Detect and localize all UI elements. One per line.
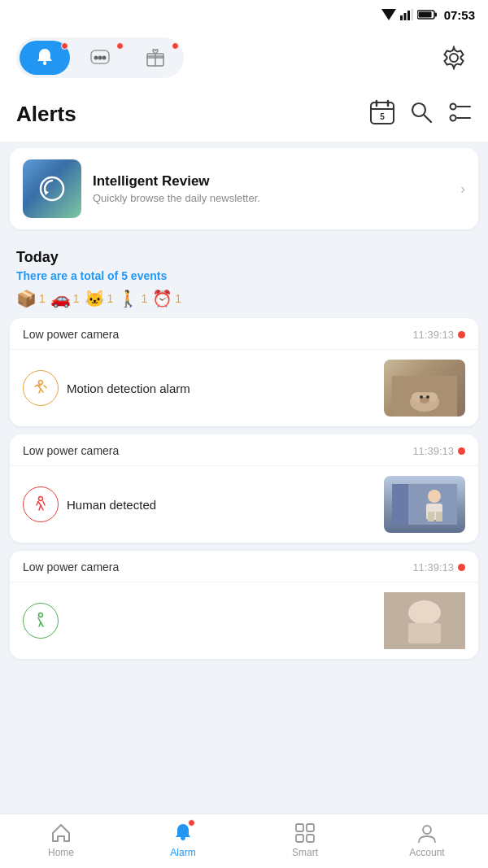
svg-point-25 (451, 104, 456, 110)
svg-rect-6 (418, 12, 431, 18)
svg-rect-49 (408, 623, 441, 643)
alert-time-row-3: 11:39:13 (412, 561, 465, 574)
svg-line-24 (424, 115, 431, 122)
gift-icon (145, 47, 166, 68)
smart-nav-label: Smart (292, 847, 318, 858)
alert-type-row-1: Motion detection alarm (23, 370, 190, 406)
account-nav-icon (416, 822, 438, 844)
alert-body-2: Human detected (10, 466, 478, 543)
nav-smart[interactable]: Smart (244, 814, 366, 868)
search-icon (410, 101, 433, 124)
alert-device-3: Low power camera (23, 560, 119, 574)
alert-thumb-person (384, 476, 465, 533)
alert-thumb-cat (384, 360, 465, 417)
svg-rect-8 (43, 61, 46, 65)
nav-alarm[interactable]: Alarm (122, 814, 244, 868)
gifts-badge (172, 42, 179, 50)
settings-button[interactable] (436, 40, 472, 76)
alert-card-2[interactable]: Low power camera 11:39:13 Human detecte (10, 434, 478, 543)
review-thumbnail (23, 159, 81, 218)
nav-account[interactable]: Account (366, 814, 488, 868)
alert-type-1: Motion detection alarm (67, 382, 190, 395)
svg-point-10 (94, 56, 98, 60)
svg-point-39 (39, 497, 43, 501)
third-thumbnail (384, 592, 465, 649)
home-nav-label: Home (48, 847, 74, 858)
wifi-icon (381, 9, 396, 20)
review-title: Intelligent Review (93, 173, 449, 190)
svg-point-54 (423, 826, 431, 834)
svg-rect-3 (407, 11, 410, 20)
events-count-text: There are a total of 5 events (16, 269, 472, 282)
bell-icon (34, 47, 55, 68)
alert-header-1: Low power camera 11:39:13 (10, 318, 478, 350)
svg-rect-50 (296, 824, 303, 831)
svg-point-38 (426, 395, 429, 399)
event-icon-package: 📦 1 (16, 289, 46, 308)
motion-icon-circle (23, 370, 59, 406)
alert-dot-1 (458, 331, 465, 338)
svg-point-12 (102, 56, 107, 60)
tab-messages[interactable] (75, 41, 125, 75)
svg-point-31 (39, 381, 43, 385)
top-nav (0, 29, 488, 89)
signal-icon (400, 9, 413, 20)
alert-header-2: Low power camera 11:39:13 (10, 434, 478, 466)
svg-rect-53 (307, 835, 314, 842)
svg-rect-1 (400, 15, 403, 20)
svg-marker-0 (381, 9, 396, 20)
third-icon-circle (23, 603, 59, 639)
page-title: Alerts (16, 102, 76, 127)
svg-point-46 (39, 613, 43, 617)
alert-device-2: Low power camera (23, 444, 119, 457)
svg-marker-30 (44, 190, 49, 195)
gear-icon (442, 46, 466, 70)
alert-time-3: 11:39:13 (412, 561, 454, 574)
nav-home[interactable]: Home (0, 814, 122, 868)
svg-text:5: 5 (380, 112, 385, 121)
battery-icon (417, 10, 437, 20)
alert-time-row-2: 11:39:13 (412, 445, 465, 457)
svg-point-11 (98, 56, 102, 60)
alert-type-row-2: Human detected (23, 486, 156, 522)
alert-dot-3 (458, 564, 465, 571)
human-icon-circle (23, 486, 59, 522)
review-text: Intelligent Review Quickly browse the da… (93, 173, 449, 204)
human-icon (31, 495, 50, 514)
search-button[interactable] (410, 101, 433, 127)
today-section: Today There are a total of 5 events 📦 1 … (0, 236, 488, 313)
svg-rect-4 (411, 9, 413, 20)
alert-card-3[interactable]: Low power camera 11:39:13 (10, 551, 478, 659)
chat-icon (89, 47, 111, 68)
alarm-nav-badge (188, 819, 195, 827)
alert-card-1[interactable]: Low power camera 11:39:13 Motion detect (10, 318, 478, 426)
page-header: Alerts 5 (0, 89, 488, 142)
tab-alerts[interactable] (20, 41, 70, 75)
alert-time-1: 11:39:13 (412, 329, 454, 341)
filter-button[interactable] (447, 101, 472, 127)
svg-point-27 (451, 116, 456, 121)
alarm-nav-label: Alarm (170, 847, 195, 858)
motion-icon (31, 378, 50, 398)
bottom-nav: Home Alarm Smart Account (0, 813, 488, 868)
chevron-right-icon: › (460, 181, 465, 198)
header-actions: 5 (369, 99, 472, 129)
tab-gifts[interactable] (130, 41, 181, 75)
cat-thumbnail (392, 376, 457, 417)
event-icon-pet: 🐱 1 (85, 289, 114, 308)
status-icons: 07:53 (381, 8, 475, 22)
intelligent-review-card[interactable]: Intelligent Review Quickly browse the da… (10, 148, 478, 229)
svg-rect-44 (428, 512, 434, 521)
smart-nav-icon (294, 822, 316, 844)
svg-rect-51 (307, 824, 314, 831)
alert-body-1: Motion detection alarm (10, 350, 478, 426)
tab-pills (16, 37, 184, 78)
third-alert-icon (31, 611, 50, 630)
calendar-button[interactable]: 5 (369, 99, 395, 129)
messages-badge (116, 42, 124, 50)
review-subtitle: Quickly browse the daily newsletter. (93, 192, 449, 204)
alerts-badge (61, 42, 68, 50)
svg-point-42 (428, 490, 441, 503)
person-thumbnail (392, 484, 457, 525)
status-bar: 07:53 (0, 0, 488, 29)
